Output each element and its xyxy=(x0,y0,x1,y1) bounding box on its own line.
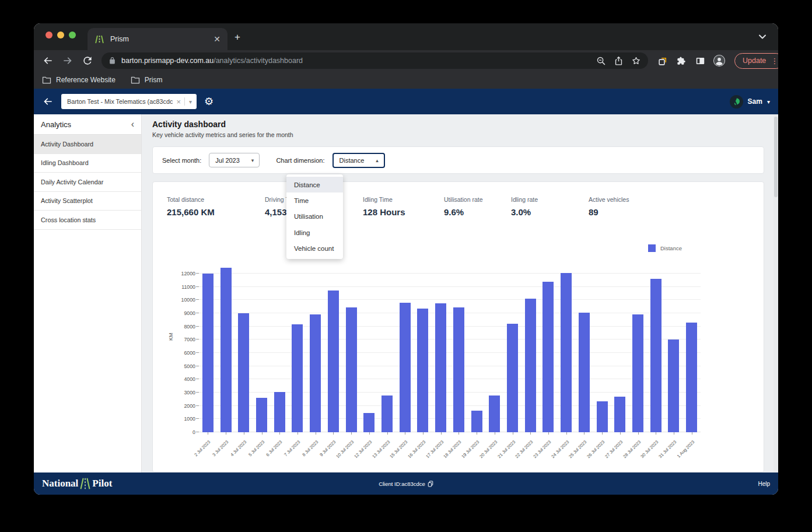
bar-7-jul-2023[interactable] xyxy=(292,324,303,432)
x-axis-tick xyxy=(369,432,370,435)
bar-25-jul-2023[interactable] xyxy=(579,313,590,432)
client-selector-chip[interactable]: Barton Test - Mix Telematics (ac83cdce) … xyxy=(61,94,197,109)
dropdown-option-utilisation[interactable]: Utilisation xyxy=(286,209,343,225)
stat-value: 89 xyxy=(589,207,659,217)
dimension-select[interactable]: Distance ▴ xyxy=(332,153,385,168)
gridline xyxy=(199,326,701,327)
scrollbar-track[interactable] xyxy=(774,114,778,473)
gridline xyxy=(199,379,701,379)
bar-30-jul-2023[interactable] xyxy=(650,279,662,432)
bar-19-jul-2023[interactable] xyxy=(471,411,482,432)
dropdown-option-idling[interactable]: Idling xyxy=(286,225,343,240)
bar-22-jul-2023[interactable] xyxy=(525,299,536,432)
stat-value: 9.6% xyxy=(444,207,511,217)
browser-tab-prism[interactable]: Prism ✕ xyxy=(88,28,228,50)
dropdown-option-distance[interactable]: Distance xyxy=(286,177,343,192)
y-axis-tick xyxy=(196,392,199,393)
bar-10-jul-2023[interactable] xyxy=(346,307,357,432)
y-axis-label: 3000 xyxy=(184,390,195,396)
app-back-arrow-icon[interactable] xyxy=(42,96,54,107)
user-menu[interactable]: Sam ▾ xyxy=(730,95,770,108)
scrollbar-thumb[interactable] xyxy=(774,117,778,197)
bar-1-aug-2023[interactable] xyxy=(686,323,697,432)
forward-button[interactable] xyxy=(62,55,74,66)
page-content: Analytics ‹ Activity DashboardIdling Das… xyxy=(34,114,778,473)
chrome-menu-dots-icon[interactable]: ⋮ xyxy=(771,57,778,65)
bar-21-jul-2023[interactable] xyxy=(507,324,518,432)
y-axis-tick xyxy=(196,418,199,419)
sidebar-item-idling-dashboard[interactable]: Idling Dashboard xyxy=(34,154,141,173)
sidebar-item-cross-location-stats[interactable]: Cross location stats xyxy=(34,211,141,230)
bookmark-folder-prism[interactable]: Prism xyxy=(131,76,163,84)
dropdown-option-time[interactable]: Time xyxy=(286,192,343,208)
bar-31-jul-2023[interactable] xyxy=(668,340,679,432)
minimize-window-button[interactable] xyxy=(57,32,64,38)
x-axis-tick xyxy=(208,432,208,435)
close-window-button[interactable] xyxy=(46,32,52,38)
gridline xyxy=(199,286,701,287)
y-axis-tick xyxy=(196,326,199,327)
profile-avatar-icon[interactable] xyxy=(713,55,725,66)
sidebar-item-daily-activity-calendar[interactable]: Daily Activity Calendar xyxy=(34,173,141,192)
gridline xyxy=(199,299,701,300)
x-axis-ticks xyxy=(199,432,701,435)
stat-value: 3.0% xyxy=(511,207,589,217)
dropdown-option-vehicle-count[interactable]: Vehicle count xyxy=(286,241,343,257)
bookmark-star-icon[interactable] xyxy=(631,56,641,66)
clear-client-icon[interactable]: × xyxy=(176,97,181,106)
bar-24-jul-2023[interactable] xyxy=(561,273,572,432)
bar-6-jul-2023[interactable] xyxy=(274,392,285,432)
sidebar-item-activity-scatterplot[interactable]: Activity Scatterplot xyxy=(34,192,141,211)
chrome-update-button[interactable]: Update⋮ xyxy=(734,53,778,69)
bar-15-jul-2023[interactable] xyxy=(400,303,411,432)
fullscreen-window-button[interactable] xyxy=(69,32,76,38)
bar-4-jul-2023[interactable] xyxy=(238,313,249,432)
extensions-puzzle-icon[interactable] xyxy=(676,55,687,66)
bar-26-jul-2023[interactable] xyxy=(597,401,608,432)
back-button[interactable] xyxy=(42,55,54,66)
settings-gear-icon[interactable]: ⚙ xyxy=(204,95,214,108)
sidebar-item-activity-dashboard[interactable]: Activity Dashboard xyxy=(34,135,141,154)
month-select[interactable]: Jul 2023 ▾ xyxy=(209,153,260,167)
chip-chevron-down-icon[interactable]: ▾ xyxy=(189,99,192,105)
bar-28-jul-2023[interactable] xyxy=(632,314,643,432)
x-axis-tick xyxy=(548,432,549,435)
help-link[interactable]: Help xyxy=(758,481,770,487)
bar-12-jul-2023[interactable] xyxy=(363,413,374,432)
x-axis-tick xyxy=(423,432,424,435)
bar-23-jul-2023[interactable] xyxy=(542,282,554,432)
bookmark-folder-reference-website[interactable]: Reference Website xyxy=(42,76,116,84)
y-axis-label: 10000 xyxy=(181,297,195,303)
tab-switcher-icon[interactable] xyxy=(657,55,668,66)
bar-8-jul-2023[interactable] xyxy=(310,314,321,432)
bar-3-jul-2023[interactable] xyxy=(220,268,232,432)
road-icon xyxy=(79,477,91,490)
browser-window: Prism ✕ + barton.prismapp-dev.com.au/ana… xyxy=(34,23,778,495)
share-icon[interactable] xyxy=(614,56,624,66)
bar-16-jul-2023[interactable] xyxy=(417,309,428,432)
window-controls xyxy=(46,32,76,38)
new-tab-button[interactable]: + xyxy=(235,32,240,42)
bar-17-jul-2023[interactable] xyxy=(435,303,446,432)
side-panel-icon[interactable] xyxy=(695,55,706,66)
x-axis-tick xyxy=(566,432,567,435)
bar-18-jul-2023[interactable] xyxy=(453,307,464,432)
bar-13-jul-2023[interactable] xyxy=(382,396,393,432)
tab-search-chevron-icon[interactable] xyxy=(758,33,766,40)
bar-20-jul-2023[interactable] xyxy=(489,396,500,432)
copy-icon[interactable] xyxy=(428,481,433,487)
tab-close-icon[interactable]: ✕ xyxy=(214,34,220,44)
bar-9-jul-2023[interactable] xyxy=(328,290,339,432)
x-axis-tick xyxy=(656,432,656,435)
zoom-out-icon[interactable] xyxy=(596,56,606,66)
y-axis-label: 5000 xyxy=(184,363,195,369)
sidebar-collapse-icon[interactable]: ‹ xyxy=(131,120,134,128)
y-axis-label: 8000 xyxy=(184,324,195,330)
x-axis-tick xyxy=(584,432,584,435)
y-axis-tick xyxy=(196,286,199,287)
address-bar[interactable]: barton.prismapp-dev.com.au/analytics/act… xyxy=(102,52,648,69)
reload-button[interactable] xyxy=(82,55,93,66)
bar-5-jul-2023[interactable] xyxy=(256,398,267,432)
bar-27-jul-2023[interactable] xyxy=(614,397,625,432)
bar-2-jul-2023[interactable] xyxy=(202,274,214,432)
